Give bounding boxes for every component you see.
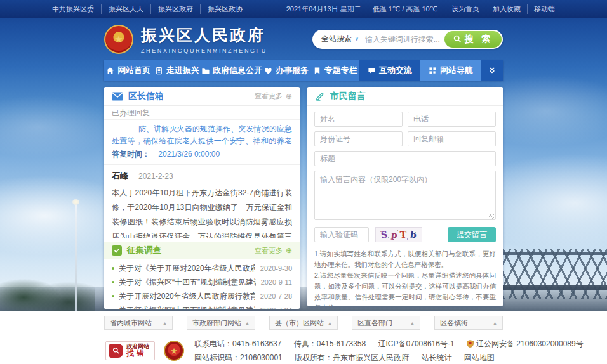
survey-list: 关于对《关于开展对2020年省级人民政府履行教育职责情况满...2020-9-3… bbox=[104, 261, 300, 309]
survey-item-title: 关于对《关于开展对2020年省级人民政府履行教育职责情况满... bbox=[119, 263, 255, 274]
set-homepage-link[interactable]: 设为首页 bbox=[451, 4, 479, 14]
note-line: 2.请您尽量每次来信反映一个问题，尽量详细描述您的具体问题，如涉及多个问题，可以… bbox=[314, 270, 496, 306]
gov-site-error-report-logo[interactable]: 政府网站 找错 bbox=[105, 341, 155, 360]
heart-icon bbox=[264, 67, 272, 75]
survey-item[interactable]: 关于对《关于开展对2020年省级人民政府履行教育职责情况满...2020-9-3… bbox=[112, 261, 292, 275]
survey-item[interactable]: 关于征求振兴区“十四五”规划编制意见建议的公告2020-7-24 bbox=[112, 303, 292, 309]
select-district-departments[interactable]: 区直各部门▲ bbox=[352, 316, 420, 330]
bullet-dot bbox=[112, 267, 114, 270]
copyright: 版权所有：丹东市振兴区人民政府 bbox=[295, 353, 409, 362]
main-content: 区长信箱 查看更多 ⊕ 已办理回复 防、讲解灭火器的规范操作、突发情况的应急处置… bbox=[104, 87, 503, 309]
bullet-dot bbox=[112, 295, 114, 297]
home-icon bbox=[106, 67, 114, 75]
survey-section-header: 征集调查 查看更多 ⊕ bbox=[104, 242, 300, 259]
nav-item-home[interactable]: 网站首页 bbox=[104, 60, 153, 81]
survey-item-title: 关于开展对2020年省级人民政府履行教育职责情况满意度调查... bbox=[119, 291, 255, 302]
nav-item-about[interactable]: 走进振兴 bbox=[153, 60, 202, 81]
nav-item-topics[interactable]: 专题专栏 bbox=[311, 60, 360, 81]
search-scope-select[interactable]: 全站搜索 ∨ bbox=[321, 34, 359, 44]
select-province-sites[interactable]: 省内城市网站▲ bbox=[104, 316, 173, 330]
trees-photo bbox=[0, 263, 95, 311]
street-lamp bbox=[75, 204, 77, 311]
tab-replied[interactable]: 已办理回复 bbox=[104, 106, 300, 120]
site-subtitle: ZHENXINGQURENMINZHENGFU bbox=[141, 48, 267, 54]
captcha-char: p bbox=[390, 230, 397, 240]
main-nav: 网站首页 走进振兴 政府信息公开 办事服务 专题专栏 互动交流 网站导航 bbox=[104, 60, 503, 81]
party-gov-badge-logo[interactable]: ★ bbox=[164, 341, 184, 361]
survey-title: 征集调查 bbox=[127, 245, 161, 256]
contact-phone: 联系电话：0415-6163637 bbox=[194, 339, 281, 348]
envelope-icon bbox=[112, 92, 123, 101]
nav-item-sitemap[interactable]: 网站导航 bbox=[420, 60, 481, 81]
mailbox-more-link[interactable]: 查看更多 ⊕ bbox=[255, 91, 292, 101]
triangle-up-icon: ▲ bbox=[245, 321, 250, 325]
sitemap-link[interactable]: 网站地图 bbox=[464, 353, 495, 362]
name-field[interactable] bbox=[314, 112, 403, 127]
captcha-field[interactable] bbox=[314, 227, 369, 242]
link-district-congress[interactable]: 振兴区人大 bbox=[101, 4, 143, 14]
submit-message-button[interactable]: 提交留言 bbox=[448, 227, 496, 242]
select-city-departments[interactable]: 市政府部门网站▲ bbox=[187, 316, 255, 330]
top-utility-bar: 中共振兴区委 振兴区人大 振兴区政府 振兴区政协 2021年04月13日 星期二… bbox=[0, 0, 607, 18]
footer: 省内城市网站▲ 市政府部门网站▲ 县（市）区网站▲ 区直各部门▲ 区各镇街▲ 政… bbox=[0, 311, 607, 364]
plus-circle-icon: ⊕ bbox=[286, 246, 292, 255]
nav-expand-button[interactable] bbox=[481, 60, 503, 81]
folder-icon bbox=[201, 67, 210, 75]
letter-author-row: 石峰 2021-2-23 bbox=[104, 165, 300, 182]
subject-field[interactable] bbox=[314, 151, 496, 166]
resize-handle[interactable] bbox=[489, 214, 494, 219]
site-title: 振兴区人民政府 bbox=[141, 25, 267, 46]
document-icon bbox=[155, 67, 163, 75]
panel-title: 市民留言 bbox=[330, 91, 366, 102]
webmaster-stats-link[interactable]: 站长统计 bbox=[421, 353, 451, 362]
reply-time-value: 2021/3/26 0:00:00 bbox=[158, 150, 220, 159]
clipboard-check-icon bbox=[112, 245, 122, 256]
select-towns-streets[interactable]: 区各镇街▲ bbox=[434, 316, 503, 330]
search-input[interactable] bbox=[365, 35, 444, 44]
nav-item-interaction[interactable]: 互动交流 bbox=[359, 60, 420, 81]
police-record-text: 辽公网安备 21060302000089号 bbox=[476, 339, 584, 348]
message-content-field[interactable] bbox=[314, 171, 496, 220]
select-label: 省内城市网站 bbox=[110, 318, 152, 328]
captcha-row: S p T b 提交留言 bbox=[314, 227, 496, 242]
search-button-label: 搜 索 bbox=[465, 34, 493, 45]
nav-label: 政府信息公开 bbox=[213, 65, 262, 76]
footer-link-selects: 省内城市网站▲ 市政府部门网站▲ 县（市）区网站▲ 区直各部门▲ 区各镇街▲ bbox=[104, 316, 503, 330]
contact-fax: 传真：0415-6173358 bbox=[294, 339, 366, 348]
nav-item-gov-info[interactable]: 政府信息公开 bbox=[201, 60, 262, 81]
triangle-up-icon: ▲ bbox=[328, 321, 332, 325]
mayor-mailbox-panel: 区长信箱 查看更多 ⊕ 已办理回复 防、讲解灭火器的规范操作、突发情况的应急处置… bbox=[104, 87, 300, 309]
more-label: 查看更多 bbox=[255, 91, 283, 101]
nav-item-services[interactable]: 办事服务 bbox=[262, 60, 311, 81]
search-bar: 全站搜索 ∨ 搜 索 bbox=[312, 30, 503, 49]
survey-more-link[interactable]: 查看更多 ⊕ bbox=[255, 246, 292, 256]
email-field[interactable] bbox=[408, 131, 496, 146]
captcha-char: b bbox=[410, 229, 417, 240]
survey-item-date: 2020-9-11 bbox=[261, 278, 292, 286]
link-district-cppcc[interactable]: 振兴区政协 bbox=[200, 4, 243, 14]
site-logo[interactable]: ★ 振兴区人民政府 ZHENXINGQURENMINZHENGFU bbox=[104, 25, 267, 54]
id-number-field[interactable] bbox=[314, 131, 403, 146]
grid-icon bbox=[429, 67, 437, 75]
triangle-up-icon: ▲ bbox=[493, 321, 497, 325]
letter-date: 2021-2-23 bbox=[138, 172, 173, 181]
search-icon bbox=[453, 35, 462, 43]
mobile-site-link[interactable]: 移动端 bbox=[527, 4, 555, 14]
panel-title: 区长信箱 bbox=[128, 91, 164, 102]
link-district-committee[interactable]: 中共振兴区委 bbox=[52, 4, 94, 14]
double-chevron-down-icon bbox=[488, 67, 496, 74]
citizen-message-panel: 市民留言 bbox=[307, 87, 503, 306]
survey-item[interactable]: 关于开展对2020年省级人民政府履行教育职责情况满意度调查...2020-7-2… bbox=[112, 289, 292, 303]
icp-license-link[interactable]: 辽ICP备07008616号-1 bbox=[378, 339, 455, 348]
add-favorite-link[interactable]: 加入收藏 bbox=[486, 4, 521, 14]
nav-label: 网站首页 bbox=[117, 65, 150, 76]
link-district-government[interactable]: 振兴区政府 bbox=[150, 4, 193, 14]
search-button[interactable]: 搜 索 bbox=[444, 31, 502, 48]
police-badge-icon bbox=[467, 340, 474, 348]
select-county-sites[interactable]: 县（市）区网站▲ bbox=[269, 316, 338, 330]
captcha-image[interactable]: S p T b bbox=[375, 227, 422, 242]
captcha-char: S bbox=[380, 229, 388, 240]
pen-icon bbox=[315, 91, 325, 101]
survey-item[interactable]: 关于对《振兴区“十四五”规划编制意见建议的公告》公开征...2020-9-11 bbox=[112, 275, 292, 289]
phone-field[interactable] bbox=[408, 112, 496, 127]
